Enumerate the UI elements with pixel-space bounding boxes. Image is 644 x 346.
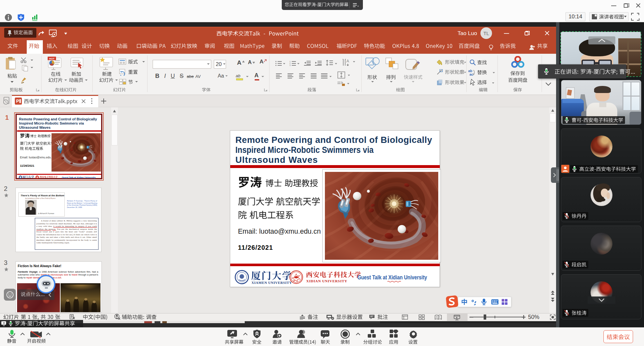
svg-text:3: 3 <box>289 64 291 66</box>
svg-text:ac: ac <box>469 72 473 76</box>
svg-text:ab: ab <box>236 73 240 78</box>
svg-text:P: P <box>16 98 19 104</box>
svg-text:A: A <box>346 59 349 63</box>
svg-text:HOT: HOT <box>49 57 55 60</box>
